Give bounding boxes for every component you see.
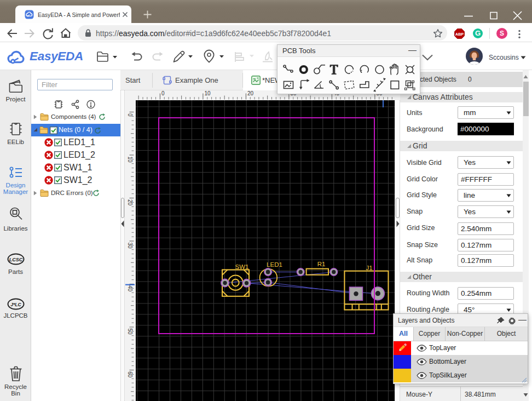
svg-text:10: 10 <box>204 90 211 96</box>
svg-text:J*LC: J*LC <box>10 302 21 307</box>
svg-text:R1: R1 <box>317 261 326 267</box>
svg-text:SW1: SW1 <box>235 263 249 270</box>
svg-text:LCSC: LCSC <box>9 257 23 262</box>
svg-text:ABP: ABP <box>455 32 464 37</box>
svg-text:0: 0 <box>161 90 165 96</box>
svg-text:LED1: LED1 <box>267 261 282 268</box>
svg-text:J1: J1 <box>366 265 373 271</box>
svg-text:20: 20 <box>247 90 254 96</box>
